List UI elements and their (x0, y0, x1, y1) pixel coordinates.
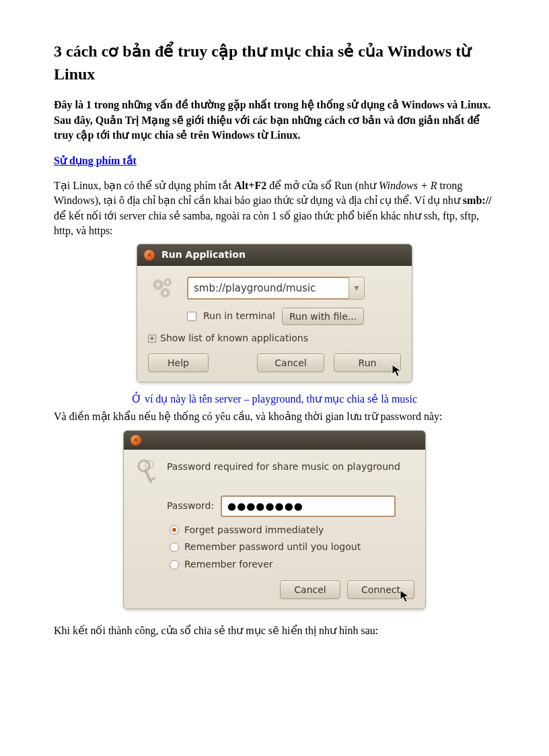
dialog-title: Run Application (161, 248, 246, 262)
radio-remember-forever[interactable]: Remember forever (170, 558, 414, 572)
paragraph-2: Và điền mật khẩu nếu hệ thống có yêu cầu… (54, 409, 495, 424)
run-application-dialog: ✕ Run Application ▾ (137, 244, 412, 382)
plus-icon: + (148, 335, 156, 343)
radio-icon (170, 525, 179, 535)
dropdown-icon[interactable]: ▾ (349, 277, 365, 300)
radio-forget[interactable]: Forget password immediately (170, 524, 414, 537)
gears-icon (148, 274, 178, 302)
password-heading: Password required for share music on pla… (167, 458, 400, 474)
run-with-file-button[interactable]: Run with file... (282, 308, 364, 325)
cursor-icon (400, 590, 410, 603)
section-heading-shortcut[interactable]: Sử dụng phím tắt (54, 153, 495, 168)
dialog-titlebar: ✕ Run Application (137, 244, 412, 266)
cancel-button[interactable]: Cancel (280, 580, 340, 599)
page-title: 3 cách cơ bản để truy cập thư mục chia s… (54, 40, 495, 85)
radio-icon (170, 543, 179, 552)
close-icon[interactable]: ✕ (144, 250, 155, 261)
svg-point-5 (163, 291, 167, 294)
show-known-apps-expander[interactable]: + Show list of known applications (148, 332, 401, 345)
paragraph-3: Khi kết nối thành công, cửa sổ chia sẻ t… (54, 623, 495, 638)
run-button[interactable]: Run (334, 353, 401, 372)
close-icon[interactable]: ✕ (131, 435, 141, 446)
radio-icon (170, 560, 179, 570)
cancel-button[interactable]: Cancel (257, 353, 324, 372)
password-label: Password: (167, 500, 214, 513)
run-in-terminal-checkbox[interactable] (187, 312, 196, 321)
svg-point-6 (139, 460, 149, 471)
url-input[interactable] (187, 277, 349, 300)
dialog-titlebar: ✕ (124, 431, 425, 450)
intro-paragraph: Đây là 1 trong những vấn đề thường gặp n… (54, 98, 495, 143)
svg-rect-7 (144, 469, 153, 483)
radio-remember-logout[interactable]: Remember password until you logout (170, 541, 414, 554)
key-icon (135, 458, 159, 487)
svg-point-3 (166, 281, 169, 283)
svg-point-1 (156, 283, 159, 286)
figure-caption-1: Ở ví dụ này là tên server – playground, … (54, 392, 495, 407)
svg-rect-8 (151, 477, 156, 481)
paragraph-1: Tại Linux, bạn có thể sử dụng phím tắt A… (54, 178, 495, 239)
run-in-terminal-label: Run in terminal (203, 310, 275, 323)
help-button[interactable]: Help (148, 353, 209, 372)
password-input[interactable] (221, 495, 396, 517)
password-dialog: ✕ Password required for share music on p… (123, 430, 426, 610)
cursor-icon (392, 364, 402, 378)
